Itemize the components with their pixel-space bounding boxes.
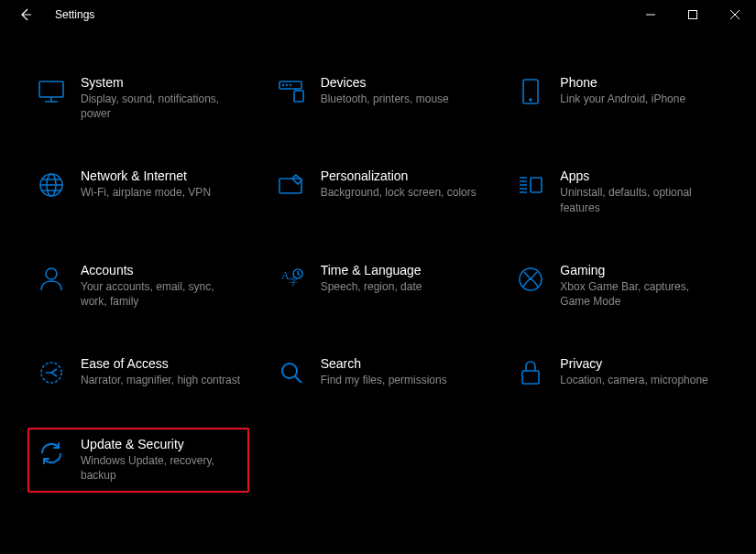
category-gaming[interactable]: Gaming Xbox Game Bar, captures, Game Mod… [507, 254, 729, 318]
maximize-icon [688, 10, 697, 19]
minimize-button[interactable] [630, 0, 672, 29]
category-title: Apps [560, 168, 721, 183]
category-desc: Speech, region, date [321, 279, 482, 294]
paint-icon [275, 168, 308, 201]
update-icon [35, 437, 68, 470]
category-apps[interactable]: Apps Uninstall, defaults, optional featu… [507, 159, 729, 223]
xbox-icon [514, 263, 547, 296]
category-title: Privacy [560, 356, 721, 371]
ease-of-access-icon [35, 356, 68, 389]
category-title: Update & Security [81, 437, 242, 451]
category-privacy[interactable]: Privacy Location, camera, microphone [507, 347, 729, 398]
category-title: System [81, 75, 242, 90]
globe-icon [35, 168, 68, 201]
category-search[interactable]: Search Find my files, permissions [268, 347, 489, 398]
category-title: Network & Internet [81, 168, 242, 183]
category-desc: Background, lock screen, colors [321, 185, 482, 200]
category-title: Time & Language [321, 263, 482, 277]
category-desc: Your accounts, email, sync, work, family [81, 279, 242, 309]
category-title: Phone [560, 75, 721, 90]
maximize-button[interactable] [672, 0, 714, 29]
category-desc: Bluetooth, printers, mouse [321, 92, 482, 106]
svg-rect-0 [689, 11, 697, 19]
category-system[interactable]: System Display, sound, notifications, po… [27, 66, 249, 130]
svg-rect-1 [39, 81, 63, 97]
category-desc: Display, sound, notifications, power [81, 92, 242, 121]
svg-point-19 [282, 364, 297, 378]
category-desc: Wi-Fi, airplane mode, VPN [81, 185, 242, 200]
close-button[interactable] [714, 0, 756, 29]
category-title: Devices [321, 75, 482, 90]
apps-icon [514, 168, 547, 201]
category-network[interactable]: Network & Internet Wi-Fi, airplane mode,… [27, 159, 249, 223]
person-icon [35, 263, 68, 296]
time-language-icon: A 字 [275, 263, 308, 296]
category-devices[interactable]: Devices Bluetooth, printers, mouse [268, 66, 489, 130]
svg-rect-3 [294, 91, 303, 102]
category-ease-of-access[interactable]: Ease of Access Narrator, magnifier, high… [27, 347, 249, 398]
category-update-security[interactable]: Update & Security Windows Update, recove… [27, 428, 249, 492]
category-desc: Link your Android, iPhone [560, 92, 721, 106]
settings-categories-grid: System Display, sound, notifications, po… [0, 29, 756, 493]
svg-rect-11 [279, 179, 301, 193]
category-title: Ease of Access [81, 356, 242, 371]
minimize-icon [646, 10, 655, 19]
svg-point-8 [530, 99, 531, 101]
svg-point-6 [290, 85, 290, 86]
svg-rect-20 [522, 371, 539, 384]
system-icon [35, 75, 68, 108]
phone-icon [514, 75, 547, 108]
back-arrow-icon [18, 7, 33, 22]
category-title: Accounts [81, 263, 242, 277]
category-desc: Find my files, permissions [321, 373, 482, 387]
category-accounts[interactable]: Accounts Your accounts, email, sync, wor… [27, 254, 249, 318]
lock-icon [514, 356, 547, 389]
category-desc: Narrator, magnifier, high contrast [81, 373, 242, 387]
category-personalization[interactable]: Personalization Background, lock screen,… [268, 159, 489, 223]
window-title: Settings [55, 8, 94, 21]
category-phone[interactable]: Phone Link your Android, iPhone [507, 66, 729, 130]
category-time-language[interactable]: A 字 Time & Language Speech, region, date [268, 254, 489, 318]
close-icon [730, 10, 740, 19]
search-icon [275, 356, 308, 389]
category-desc: Location, camera, microphone [560, 373, 721, 387]
category-desc: Windows Update, recovery, backup [81, 453, 242, 483]
category-desc: Xbox Game Bar, captures, Game Mode [560, 279, 721, 309]
category-title: Personalization [321, 168, 482, 183]
devices-icon [275, 75, 308, 108]
svg-point-4 [282, 85, 283, 86]
category-title: Gaming [560, 263, 721, 277]
category-title: Search [321, 356, 482, 371]
svg-point-5 [286, 85, 287, 86]
svg-rect-12 [531, 178, 542, 192]
svg-point-13 [46, 268, 57, 279]
back-button[interactable] [11, 0, 40, 29]
category-desc: Uninstall, defaults, optional features [560, 185, 721, 214]
